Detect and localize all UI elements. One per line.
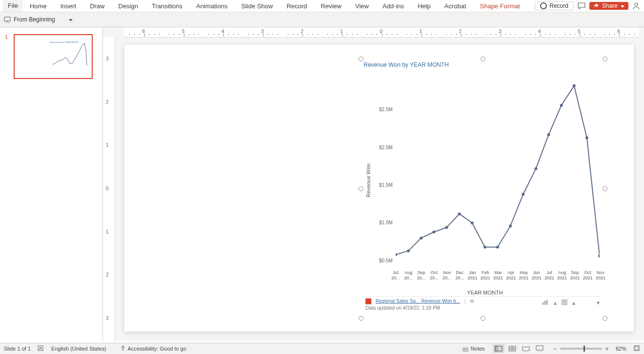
ribbon-tab-file[interactable]: File bbox=[3, 0, 23, 12]
slide-sorter-button[interactable] bbox=[506, 344, 518, 353]
zoom-slider[interactable] bbox=[560, 348, 602, 350]
resize-handle[interactable] bbox=[603, 186, 607, 191]
ribbon-tab-review[interactable]: Review bbox=[314, 2, 348, 10]
x-tick-label: Jun2021 bbox=[530, 270, 543, 281]
slideshow-view-button[interactable] bbox=[534, 344, 545, 353]
svg-point-0 bbox=[635, 3, 638, 6]
share-icon bbox=[593, 3, 599, 9]
ribbon-tab-shapeformat[interactable]: Shape Format bbox=[473, 2, 527, 10]
record-label: Record bbox=[549, 2, 568, 9]
x-axis-label: YEAR MONTH bbox=[368, 290, 602, 295]
ribbon-tab-design[interactable]: Design bbox=[112, 2, 145, 10]
zoom-percent[interactable]: 82% bbox=[616, 346, 626, 352]
svg-point-4 bbox=[407, 249, 410, 252]
x-tick-label: Nov2021 bbox=[594, 270, 607, 281]
zoom-in-button[interactable]: + bbox=[605, 345, 609, 353]
ribbon-tab-view[interactable]: View bbox=[348, 2, 376, 10]
chevron-up-icon-1[interactable]: ▴ bbox=[554, 299, 557, 307]
record-button[interactable]: Record bbox=[535, 1, 574, 10]
resize-handle[interactable] bbox=[481, 57, 485, 61]
ribbon-tab-draw[interactable]: Draw bbox=[83, 2, 111, 10]
ribbon-tab-transitions[interactable]: Transitions bbox=[145, 2, 189, 10]
resize-handle[interactable] bbox=[359, 57, 363, 61]
ribbon-tab-addins[interactable]: Add-ins bbox=[376, 2, 411, 10]
y-axis-label: Revenue Won bbox=[365, 163, 371, 197]
account-button[interactable] bbox=[631, 1, 641, 11]
chart-plot bbox=[396, 72, 600, 268]
visual-options-icon[interactable] bbox=[562, 299, 567, 307]
svg-point-18 bbox=[585, 137, 588, 139]
ruler-tick: 1 bbox=[106, 142, 109, 148]
visual-filters-icon[interactable]: ⚙ bbox=[470, 298, 474, 304]
thumbnail-slide-1[interactable]: Revenue Won by YEAR MONTH bbox=[14, 34, 93, 79]
accessibility-text[interactable]: Accessibility: Good to go bbox=[128, 346, 186, 352]
ribbon-tab-record[interactable]: Record bbox=[280, 2, 314, 10]
x-tick-label: Feb2021 bbox=[479, 270, 492, 281]
chevron-down-icon[interactable]: ▾ bbox=[597, 299, 600, 307]
x-tick-label: Aug20... bbox=[402, 270, 415, 281]
svg-rect-22 bbox=[546, 300, 547, 305]
visual-chart-icon[interactable] bbox=[542, 299, 549, 307]
share-dropdown-icon[interactable] bbox=[621, 2, 624, 9]
svg-point-16 bbox=[560, 104, 563, 107]
share-button[interactable]: Share bbox=[589, 2, 628, 10]
presentation-icon bbox=[4, 16, 11, 23]
x-tick-label: Sep2021 bbox=[568, 270, 582, 281]
reading-view-button[interactable] bbox=[520, 344, 532, 353]
x-tick-label: Aug2021 bbox=[555, 270, 569, 281]
slide-editor[interactable]: 6543210123456 3210123 Revenue Won by YEA… bbox=[103, 27, 644, 341]
visual-source-link[interactable]: Regional Sales Sa... Revenue Won b... bbox=[376, 298, 460, 304]
fit-window-button[interactable] bbox=[633, 345, 640, 353]
notes-button[interactable]: Notes bbox=[462, 346, 485, 352]
visual-title: Revenue Won by YEAR MONTH bbox=[363, 61, 449, 68]
qat-dropdown[interactable] bbox=[60, 16, 73, 23]
svg-rect-29 bbox=[495, 346, 502, 351]
language-indicator[interactable]: English (United States) bbox=[51, 346, 106, 352]
powerbi-visual[interactable]: Revenue Won by YEAR MONTH Revenue Won $0… bbox=[361, 59, 604, 318]
svg-point-19 bbox=[598, 255, 600, 257]
zoom-out-button[interactable]: − bbox=[553, 345, 557, 353]
thumbnail-pane[interactable]: 1 Revenue Won by YEAR MONTH bbox=[0, 27, 103, 341]
slide-canvas[interactable]: Revenue Won by YEAR MONTH Revenue Won $0… bbox=[124, 45, 634, 332]
x-tick-label: Apr2021 bbox=[504, 270, 518, 281]
ribbon-tab-acrobat[interactable]: Acrobat bbox=[438, 2, 473, 10]
accessibility-icon[interactable] bbox=[120, 345, 126, 352]
comments-button[interactable] bbox=[576, 1, 587, 11]
vertical-ruler: 3210123 bbox=[103, 37, 115, 341]
svg-point-3 bbox=[396, 253, 397, 256]
resize-handle[interactable] bbox=[359, 316, 363, 321]
svg-rect-32 bbox=[513, 346, 516, 348]
svg-rect-26 bbox=[565, 303, 567, 305]
slide-counter[interactable]: Slide 1 of 1 bbox=[4, 346, 31, 352]
resize-handle[interactable] bbox=[603, 316, 607, 321]
ribbon-tab-home[interactable]: Home bbox=[23, 2, 54, 10]
resize-handle[interactable] bbox=[481, 316, 485, 321]
spellcheck-icon[interactable] bbox=[38, 345, 44, 352]
svg-point-7 bbox=[445, 226, 448, 229]
from-beginning-button[interactable]: From Beginning bbox=[4, 16, 55, 23]
svg-point-12 bbox=[509, 224, 512, 227]
svg-point-13 bbox=[522, 193, 524, 196]
ribbon-tab-animations[interactable]: Animations bbox=[189, 2, 234, 10]
share-label: Share bbox=[602, 2, 618, 9]
quick-access-toolbar: From Beginning bbox=[0, 12, 644, 27]
svg-rect-31 bbox=[509, 346, 512, 348]
ribbon-tab-insert[interactable]: Insert bbox=[54, 2, 83, 10]
x-tick-label: May2021 bbox=[517, 270, 531, 281]
ruler-tick: 1 bbox=[106, 229, 109, 235]
ribbon-tab-slideshow[interactable]: Slide Show bbox=[234, 2, 280, 10]
normal-view-button[interactable] bbox=[493, 344, 504, 353]
ruler-tick: 2 bbox=[106, 272, 109, 277]
resize-handle[interactable] bbox=[359, 186, 363, 191]
svg-rect-33 bbox=[509, 349, 512, 351]
svg-rect-25 bbox=[562, 303, 564, 305]
chevron-up-icon-2[interactable]: ▴ bbox=[572, 299, 575, 307]
ribbon: File Home Insert Draw Design Transitions… bbox=[0, 0, 644, 12]
from-beginning-label: From Beginning bbox=[14, 16, 55, 23]
y-tick-label: $0.5M bbox=[379, 258, 393, 263]
ribbon-tab-help[interactable]: Help bbox=[411, 2, 438, 10]
y-tick-label: $1.5M bbox=[379, 182, 393, 188]
ruler-tick: 3 bbox=[106, 315, 109, 321]
resize-handle[interactable] bbox=[603, 57, 607, 61]
work-area: 1 Revenue Won by YEAR MONTH 654321012345… bbox=[0, 27, 644, 341]
